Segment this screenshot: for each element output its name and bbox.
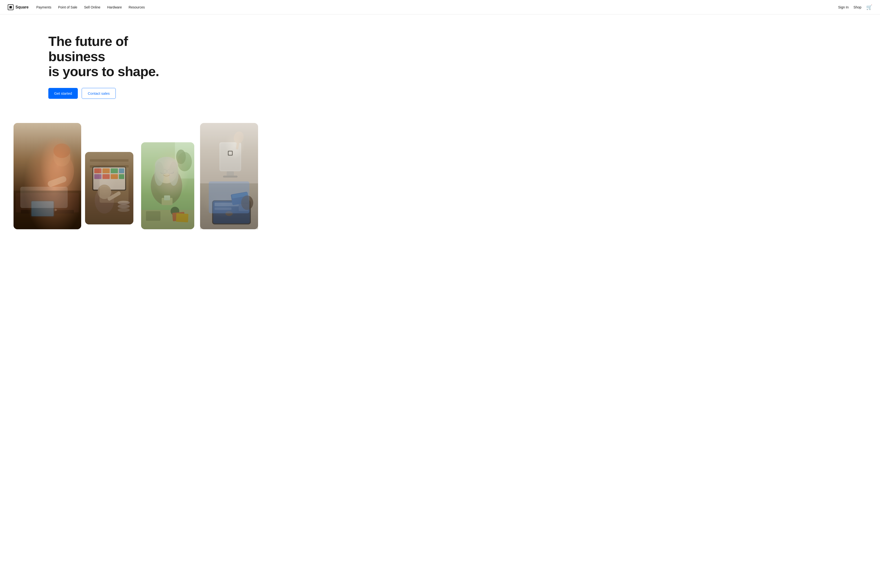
woman-scene-svg [141,142,194,229]
hero-image-restaurant [14,123,81,229]
svg-point-34 [176,150,186,164]
shop-link[interactable]: Shop [853,5,861,9]
contact-sales-button[interactable]: Contact sales [82,88,116,99]
svg-rect-23 [111,174,118,179]
nav-item-payments: Payments [36,5,51,9]
svg-rect-64 [239,204,248,211]
svg-rect-17 [94,168,102,173]
svg-point-67 [241,195,253,210]
hero-title-line2: is yours to shape. [48,64,159,79]
svg-rect-49 [164,195,170,200]
logo-inner-square [9,6,12,9]
svg-point-29 [118,204,130,208]
svg-rect-66 [232,192,248,199]
hero-title: The future of business is yours to shape… [48,34,174,79]
svg-rect-36 [146,211,161,221]
square-logo-icon [8,4,14,10]
hero-images-section [0,113,880,229]
svg-rect-19 [111,168,118,173]
navbar-left: Square Payments Point of Sale Sell Onlin… [8,4,145,10]
pos-scene-svg [85,152,134,224]
nav-item-sell-online: Sell Online [84,5,101,9]
svg-rect-63 [215,207,231,210]
hero-image-pos [85,152,134,224]
nav-link-pos[interactable]: Point of Sale [58,5,77,9]
svg-point-8 [53,144,70,158]
nav-link-hardware[interactable]: Hardware [107,5,122,9]
svg-point-28 [118,201,130,205]
nav-link-resources[interactable]: Resources [129,5,145,9]
svg-point-30 [118,208,130,212]
svg-rect-13 [90,159,129,162]
hero-image-woman [141,142,194,229]
payment-scene-svg [200,123,258,229]
hero-section: The future of business is yours to shape… [0,15,338,113]
svg-rect-61 [213,201,250,224]
svg-rect-55 [228,152,232,155]
svg-rect-18 [102,168,110,173]
svg-rect-20 [119,168,124,173]
get-started-button[interactable]: Get started [48,88,78,99]
navbar: Square Payments Point of Sale Sell Onlin… [0,0,880,15]
svg-point-46 [155,162,164,186]
nav-item-hardware: Hardware [107,5,122,9]
cart-icon[interactable]: 🛒 [866,4,872,10]
svg-point-47 [169,162,179,186]
svg-rect-57 [223,176,237,177]
navbar-right: Sign In Shop 🛒 [838,4,872,10]
logo-link[interactable]: Square [8,4,29,10]
nav-link-sell-online[interactable]: Sell Online [84,5,101,9]
svg-rect-24 [119,174,124,179]
nav-item-pos: Point of Sale [58,5,77,9]
hero-buttons: Get started Contact sales [48,88,290,99]
svg-rect-56 [227,171,234,176]
logo-text: Square [15,5,29,9]
svg-rect-22 [102,174,110,179]
nav-link-payments[interactable]: Payments [36,5,51,9]
signin-link[interactable]: Sign In [838,5,849,9]
restaurant-scene-svg [14,123,81,229]
svg-rect-21 [94,174,102,179]
svg-rect-65 [231,192,249,205]
svg-rect-11 [32,201,54,216]
hero-title-line1: The future of business [48,34,128,64]
svg-rect-39 [176,213,188,222]
nav-item-resources: Resources [129,5,145,9]
hero-image-payment [200,123,258,229]
nav-links: Payments Point of Sale Sell Online Hardw… [36,5,145,9]
svg-rect-62 [215,202,239,206]
svg-point-68 [225,211,233,216]
